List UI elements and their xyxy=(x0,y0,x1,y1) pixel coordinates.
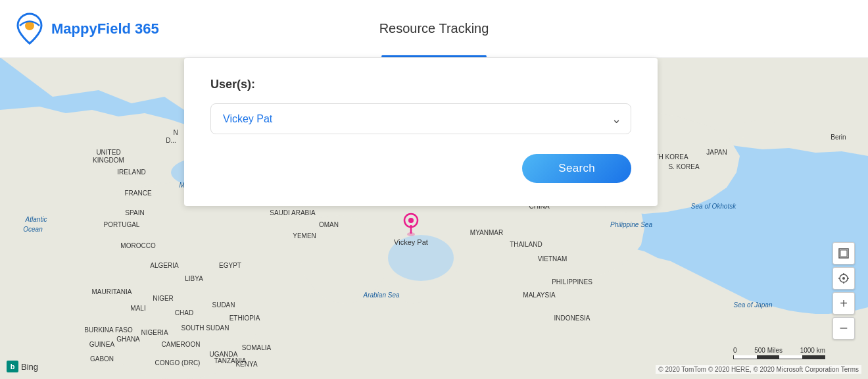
scale-label-500: 500 Miles xyxy=(754,347,783,354)
title-underline xyxy=(381,55,487,57)
layers-button[interactable] xyxy=(832,242,855,265)
page-title: Resource Tracking xyxy=(379,21,489,36)
bing-text: Bing xyxy=(21,362,38,372)
zoom-in-button[interactable]: + xyxy=(832,292,855,315)
scale-line xyxy=(733,355,825,359)
gps-button[interactable] xyxy=(832,267,855,290)
logo-text: MappyField 365 xyxy=(51,20,159,38)
attribution: © 2020 TomTom © 2020 HERE, © 2020 Micros… xyxy=(656,365,861,374)
bing-icon: b xyxy=(7,361,18,372)
zoom-out-button[interactable]: − xyxy=(832,317,855,340)
svg-text:Arabian Sea: Arabian Sea xyxy=(362,291,399,299)
scale-label-0: 0 xyxy=(733,347,737,354)
svg-text:Atlantic: Atlantic xyxy=(25,216,47,223)
scale-segment-4 xyxy=(802,355,825,359)
search-panel: User(s): Vickey Pat John Smith Jane Doe … xyxy=(184,58,658,206)
user-select[interactable]: Vickey Pat John Smith Jane Doe xyxy=(210,103,631,134)
svg-point-70 xyxy=(408,218,414,223)
logo-icon xyxy=(13,11,46,47)
layers-icon xyxy=(838,247,850,259)
users-label: User(s): xyxy=(210,78,631,91)
svg-rect-75 xyxy=(840,250,847,257)
search-button[interactable]: Search xyxy=(522,154,631,183)
svg-text:Vickey Pat: Vickey Pat xyxy=(394,238,428,246)
attribution-text: © 2020 TomTom © 2020 HERE, © 2020 Micros… xyxy=(658,366,859,373)
svg-text:Sea of Okhotsk: Sea of Okhotsk xyxy=(691,203,736,210)
scale-segment-2 xyxy=(757,355,780,359)
logo-area: MappyField 365 xyxy=(13,11,159,47)
scale-segment-3 xyxy=(779,355,802,359)
svg-text:Ocean: Ocean xyxy=(23,226,43,233)
svg-text:Philippine Sea: Philippine Sea xyxy=(610,221,652,228)
user-select-wrapper: Vickey Pat John Smith Jane Doe ⌄ xyxy=(210,103,631,134)
header: MappyField 365 Resource Tracking xyxy=(0,0,868,58)
search-btn-wrapper: Search xyxy=(210,154,631,183)
scale-label-1000: 1000 km xyxy=(800,347,825,354)
scale-bar: 0 500 Miles 1000 km xyxy=(733,347,825,359)
bing-logo: b Bing xyxy=(7,361,38,372)
svg-point-72 xyxy=(407,232,415,236)
svg-text:Sea of Japan: Sea of Japan xyxy=(734,301,773,309)
scale-segment-1 xyxy=(734,355,757,359)
gps-icon xyxy=(838,272,850,284)
svg-point-77 xyxy=(842,277,845,280)
map-controls: + − xyxy=(832,242,855,340)
scale-labels: 0 500 Miles 1000 km xyxy=(733,347,825,354)
